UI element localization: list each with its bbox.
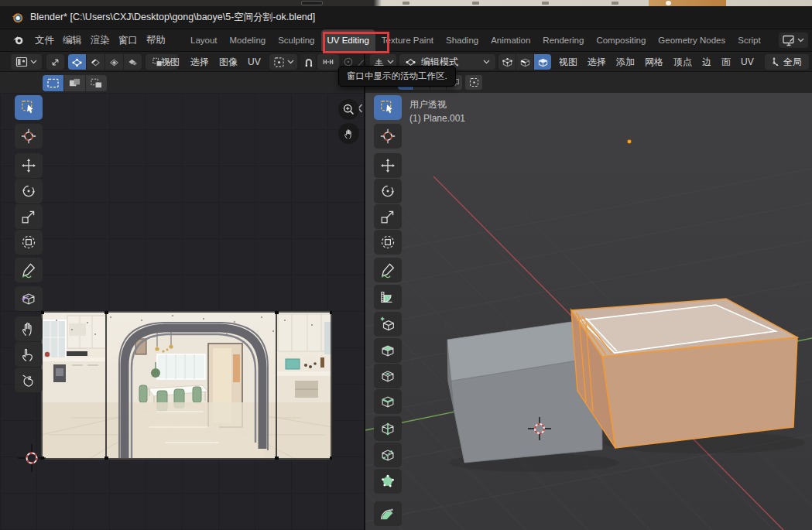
magnet-icon — [303, 56, 314, 68]
workspace-tabs: Layout Modeling Sculpting UV Editing Tex… — [184, 29, 767, 51]
workspace-tab-shading[interactable]: Shading — [440, 29, 485, 51]
uv-tool-grab[interactable] — [15, 316, 43, 341]
uv-tool-tweak-select[interactable] — [15, 95, 43, 120]
v3d-menu-select[interactable]: 选择 — [588, 52, 606, 72]
uv-select-mode-vertex[interactable] — [68, 54, 86, 70]
uv-select-mode-edge[interactable] — [87, 54, 104, 70]
uv-selectop-subtract[interactable] — [86, 75, 107, 91]
workspace-tab-geometry-nodes[interactable]: Geometry Nodes — [652, 29, 731, 51]
window-title: Blender* [C:\Users\CXJ\Desktop\gong\baoy… — [30, 11, 315, 24]
uv-pivot-dropdown[interactable] — [269, 54, 297, 70]
uv-menu-select[interactable]: 选择 — [190, 52, 209, 72]
uv-menu-view[interactable]: 视图 — [161, 52, 180, 72]
uv-menu-uv[interactable]: UV — [248, 52, 261, 72]
v3d-tool-knife[interactable] — [374, 443, 402, 467]
v3d-tool-bevel[interactable] — [374, 389, 402, 414]
uv-sync-selection-toggle[interactable] — [46, 54, 64, 70]
v3d-tool-3d-cursor[interactable] — [374, 124, 402, 149]
v3d-fallback-tool-dropdown[interactable] — [465, 75, 482, 90]
vertex-select-icon — [71, 56, 83, 68]
uv-tool-2d-cursor[interactable] — [15, 124, 43, 149]
v3d-tool-scale[interactable] — [374, 204, 402, 229]
v3d-tool-tweak-select[interactable] — [374, 95, 402, 120]
workspace-tab-layout[interactable]: Layout — [184, 29, 224, 51]
v3d-menu-uv[interactable]: UV — [741, 52, 754, 72]
workspace-tab-script[interactable]: Script — [731, 29, 766, 51]
workspace-tab-animation[interactable]: Animation — [485, 29, 536, 51]
workspace-tab-uv-editing[interactable]: UV Editing — [321, 29, 375, 51]
uv-editor-type-dropdown[interactable] — [11, 54, 42, 70]
uv-tool-rip-region[interactable] — [15, 286, 43, 311]
v3d-tool-transform[interactable] — [374, 230, 402, 255]
desktop-background-accent — [649, 0, 726, 6]
v3d-menu-face[interactable]: 面 — [721, 52, 731, 72]
fallback-tool-icon — [468, 77, 480, 88]
uv-image-editor-icon — [15, 56, 28, 68]
v3d-menu-view[interactable]: 视图 — [559, 52, 577, 72]
uv-tool-move[interactable] — [15, 153, 43, 178]
uv-tool-rotate[interactable] — [15, 179, 43, 203]
uv-sync-icon — [50, 56, 61, 68]
v3d-tool-inset-faces[interactable] — [374, 364, 402, 388]
v3d-select-mode-vertex[interactable] — [499, 54, 516, 70]
viewport-view-label: 用户透视 — [409, 98, 447, 111]
snap-target-icon — [322, 56, 334, 67]
v3d-tool-rotate[interactable] — [374, 179, 402, 203]
v3d-tool-move[interactable] — [374, 153, 402, 178]
v3d-menu-mesh[interactable]: 网格 — [645, 52, 663, 72]
v3d-orientation-dropdown[interactable]: 全局 — [765, 54, 809, 70]
uv-tool-scale[interactable] — [15, 204, 43, 229]
v3d-menu-vertex[interactable]: 顶点 — [673, 52, 692, 72]
v3d-menu-edge[interactable]: 边 — [702, 52, 711, 72]
v3d-tool-extrude-region[interactable] — [374, 338, 402, 363]
select-extend-icon — [68, 77, 81, 89]
uv-editor-region — [0, 93, 364, 530]
uv-tool-pinch[interactable] — [15, 368, 43, 392]
uv-select-mode-island[interactable] — [124, 54, 142, 70]
v3d-tool-measure[interactable] — [374, 285, 402, 309]
uv-selectop-extend[interactable] — [64, 75, 85, 91]
viewport-3d-scene[interactable] — [365, 93, 812, 530]
background-mark — [403, 2, 409, 5]
v3d-tool-poly-build[interactable] — [374, 469, 402, 494]
region-divider[interactable] — [364, 51, 365, 530]
kitchen-left — [41, 316, 106, 402]
select-new-icon — [46, 77, 60, 89]
viewport-object-label: (1) Plane.001 — [409, 113, 465, 124]
v3d-menu-add[interactable]: 添加 — [616, 52, 635, 72]
viewport-3d-region: 用户透视 (1) Plane.001 — [365, 93, 812, 530]
blender-app-menu-icon[interactable] — [12, 34, 25, 46]
chevron-down-icon — [30, 60, 37, 64]
v3d-tool-annotate[interactable] — [374, 258, 402, 282]
uv-selectop-new[interactable] — [43, 75, 63, 91]
uv-panorama-image[interactable] — [41, 311, 332, 460]
v3d-tool-add-cube[interactable] — [374, 312, 402, 337]
v3d-tool-loop-cut[interactable] — [374, 416, 402, 441]
workspace-tab-rendering[interactable]: Rendering — [536, 29, 590, 51]
uv-tool-annotate[interactable] — [15, 258, 43, 282]
v3d-select-mode-edge[interactable] — [516, 54, 533, 70]
face-select-icon — [108, 56, 120, 68]
uv-select-mode-face[interactable] — [105, 54, 123, 70]
vertex-mode-icon — [502, 56, 513, 68]
select-subtract-icon — [90, 77, 103, 89]
workspace-tab-sculpting[interactable]: Sculpting — [272, 29, 320, 51]
uv-tool-relax[interactable] — [15, 342, 43, 367]
v3d-tool-spin[interactable] — [374, 501, 402, 526]
uv-snap-toggle[interactable] — [300, 54, 316, 70]
uv-pan-button[interactable] — [338, 123, 359, 144]
workspace-tab-compositing[interactable]: Compositing — [590, 29, 652, 51]
dining-room — [119, 323, 268, 460]
island-select-icon — [127, 56, 139, 68]
selected-box-object[interactable] — [571, 299, 797, 448]
uv-tool-transform[interactable] — [15, 230, 43, 255]
uv-menu-image[interactable]: 图像 — [219, 52, 238, 72]
uv-zoom-button[interactable] — [338, 99, 359, 120]
workspace-tab-modeling[interactable]: Modeling — [224, 29, 272, 51]
uv-2d-cursor[interactable] — [16, 443, 47, 474]
v3d-select-mode-face[interactable] — [534, 54, 551, 70]
workspace-tab-texture-paint[interactable]: Texture Paint — [375, 29, 440, 51]
scene-selector[interactable] — [779, 32, 808, 48]
uv-snap-target-dropdown[interactable] — [317, 54, 339, 70]
menu-help[interactable]: 帮助 — [138, 29, 174, 51]
